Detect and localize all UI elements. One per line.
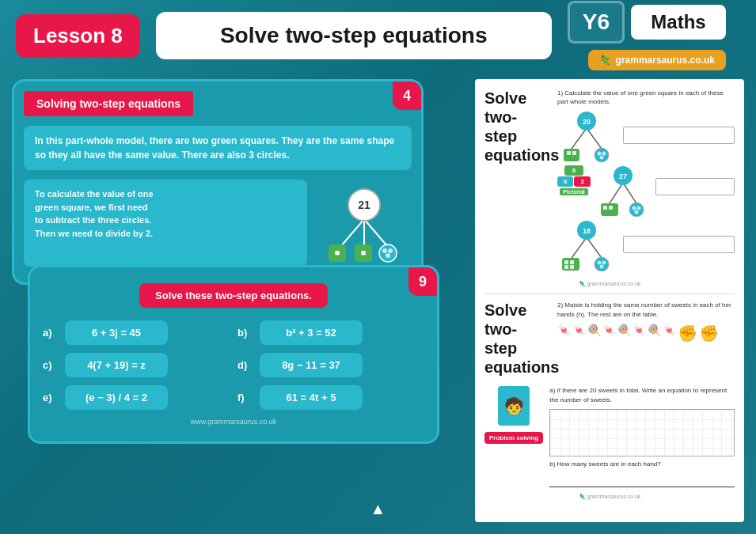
circle-diagram: 21 ■ ■: [317, 180, 412, 267]
slide1-info1: In this part-whole model, there are two …: [24, 126, 412, 170]
part-whole-visual: 8 6 2 Pictorial: [557, 165, 591, 195]
tree3-answer[interactable]: [623, 236, 735, 253]
left-panel: 4 Solving two-step equations In this par…: [12, 79, 439, 522]
tree1-row: 20: [557, 111, 735, 162]
website-url: grammarsaurus.co.uk: [616, 55, 715, 66]
svg-line-14: [587, 128, 602, 149]
nav-arrow[interactable]: ▲: [370, 500, 386, 518]
eq-label-c: c): [43, 359, 59, 371]
svg-point-44: [595, 257, 609, 271]
slide2: 9 Solve these two-step equations. a) 6 +…: [28, 265, 439, 444]
ws-instruction1: 1) Calculate the value of one green squa…: [557, 89, 735, 106]
title-box: Solve two-step equations: [156, 12, 552, 59]
sweet1: 🍬: [557, 324, 571, 343]
svg-point-11: [388, 248, 393, 253]
ws-footer2: 🦎 grammarsaurus.co.uk: [484, 494, 735, 500]
answer-line[interactable]: [549, 473, 735, 487]
svg-text:21: 21: [358, 199, 370, 211]
svg-text:■: ■: [335, 248, 340, 257]
svg-rect-29: [603, 206, 607, 210]
slide1-number: 4: [393, 81, 421, 110]
maths-badge: Maths: [631, 5, 726, 40]
pwm-label: Pictorial: [560, 188, 588, 195]
eq-box-b: b² + 3 = 52: [260, 320, 363, 345]
grid-instruction: a) If there are 20 sweets in total. Writ…: [549, 386, 735, 403]
year-badge: Y6: [568, 1, 625, 44]
slide1-info2: To calculate the value of one green squa…: [24, 180, 307, 267]
eq-item-c: c) 4(7 + 19) = z: [43, 353, 230, 377]
fist-icon2: ✊: [699, 324, 719, 343]
svg-point-20: [595, 148, 609, 162]
svg-line-13: [572, 128, 587, 149]
section-divider: [484, 294, 735, 294]
dino-icon: 🦎: [599, 55, 611, 66]
eq-box-f: 61 = 4t + 5: [260, 385, 363, 410]
sweet7: 🍭: [648, 324, 661, 343]
problem-solving-row: 🧒 Problem solving a) If there are 20 swe…: [484, 386, 735, 490]
svg-point-23: [600, 156, 604, 160]
svg-rect-17: [564, 149, 579, 161]
ws-section2-title: Solvetwo-stepequations: [484, 301, 548, 380]
svg-text:■: ■: [361, 248, 367, 257]
line-instruction: b) How many sweets are in each hand?: [549, 460, 735, 468]
grid-answer-box[interactable]: [549, 409, 735, 456]
svg-rect-19: [572, 151, 576, 155]
slide1-info2-l1: To calculate the value of one: [35, 187, 296, 201]
svg-line-2: [364, 219, 388, 247]
slide1-info2-l2: green square, we first need: [35, 201, 296, 214]
pwm-left: 6: [557, 176, 573, 187]
eq-label-f: f): [237, 392, 253, 403]
sweet3: 🍭: [587, 324, 601, 343]
svg-text:18: 18: [583, 227, 591, 235]
ws-section1: Solvetwo-stepequations 1) Calculate the …: [484, 89, 735, 275]
eq-item-a: a) 6 + 3j = 45: [43, 320, 230, 345]
svg-rect-30: [609, 206, 613, 210]
svg-point-22: [602, 152, 606, 156]
character-image: 🧒: [498, 386, 530, 426]
tree1-svg: 20: [557, 111, 617, 162]
eq-label-a: a): [43, 327, 59, 339]
eq-item-b: b) b² + 3 = 52: [237, 320, 424, 345]
page-title: Solve two-step equations: [220, 23, 488, 48]
year-maths-row: Y6 Maths: [568, 1, 726, 44]
sweet4: 🍬: [602, 324, 616, 343]
eq-label-d: d): [237, 359, 253, 371]
fist-icon: ✊: [678, 324, 697, 343]
eq-item-f: f) 61 = 4t + 5: [237, 385, 424, 410]
pwm-top: 8: [564, 165, 583, 176]
equations-grid: a) 6 + 3j = 45 b) b² + 3 = 52 c) 4(7 + 1…: [30, 320, 437, 410]
slide1-heading: Solving two-step equations: [24, 91, 193, 116]
tree1-answer[interactable]: [623, 127, 735, 144]
slide1-info2-l3: to subtract the three circles.: [35, 214, 296, 227]
svg-text:27: 27: [619, 172, 627, 180]
sweet5: 🍭: [617, 324, 631, 343]
arrow-up-icon: ▲: [370, 500, 386, 517]
ws-section2-right: 2) Maisie is holding the same number of …: [557, 301, 735, 380]
svg-point-33: [636, 206, 640, 210]
ws-title1: Solvetwo-stepequations: [484, 89, 548, 165]
eq-box-c: 4(7 + 19) = z: [65, 353, 168, 377]
eq-item-e: e) (e − 3) / 4 = 2: [43, 385, 230, 410]
svg-point-46: [602, 261, 606, 265]
tree3-row: 18: [557, 220, 735, 271]
svg-line-0: [340, 219, 364, 247]
svg-line-25: [623, 183, 636, 203]
eq-box-d: 8g − 11 = 37: [260, 353, 363, 377]
eq-box-a: 6 + 3j = 45: [65, 320, 168, 345]
svg-point-47: [600, 265, 604, 269]
svg-line-24: [610, 183, 623, 203]
ws-instruction2: 2) Maisie is holding the same number of …: [557, 301, 735, 318]
svg-line-36: [587, 237, 602, 258]
svg-line-35: [572, 237, 587, 258]
svg-rect-18: [567, 151, 571, 155]
svg-point-10: [382, 248, 387, 253]
svg-point-32: [632, 206, 636, 210]
character-col: 🧒 Problem solving: [484, 386, 543, 490]
tree2-answer[interactable]: [655, 178, 735, 195]
pwm-bottom-row: 6 2: [557, 176, 591, 187]
ws-section1-right: 1) Calculate the value of one green squa…: [557, 89, 735, 275]
eq-box-e: (e − 3) / 4 = 2: [65, 385, 168, 410]
pwm-tree2-row: 8 6 2 Pictorial 27: [557, 165, 735, 217]
sweet2: 🍬: [572, 324, 586, 343]
circle-diagram-svg: 21 ■ ■: [325, 187, 404, 267]
